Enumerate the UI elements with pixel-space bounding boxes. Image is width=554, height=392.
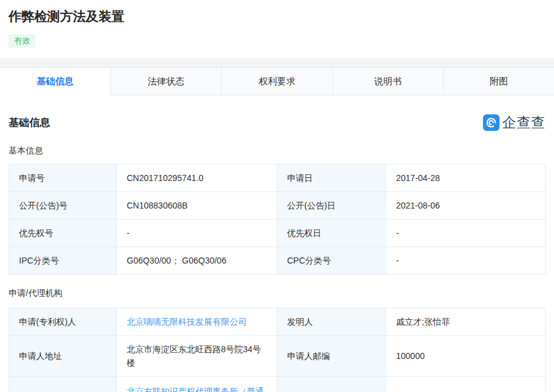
table-row: 优先权号 - 优先权日 - bbox=[9, 220, 546, 247]
field-label: 申请人地址 bbox=[9, 336, 117, 377]
field-label: 申请(专利权)人 bbox=[9, 308, 117, 336]
table-row: 公开(公告)号 CN108830608B 公开(公告)日 2021-08-06 bbox=[9, 192, 546, 220]
tab-basic-info[interactable]: 基础信息 bbox=[0, 68, 110, 95]
field-value: CN201710295741.0 bbox=[117, 165, 277, 192]
applicant-company-link[interactable]: 北京嘀嘀无限科技发展有限公司 bbox=[127, 317, 247, 327]
field-value: 100000 bbox=[386, 336, 546, 377]
field-value: 2021-08-06 bbox=[386, 192, 546, 220]
field-value: - bbox=[386, 220, 546, 247]
field-label: CPC分类号 bbox=[277, 247, 386, 275]
field-value: G06Q30/00； G06Q30/06 bbox=[117, 247, 277, 275]
page-title: 作弊检测方法及装置 bbox=[9, 8, 545, 24]
field-value: 北京嘀嘀无限科技发展有限公司 bbox=[117, 308, 277, 336]
field-value: 北京友联知识产权代理事务所（普通合伙） bbox=[117, 377, 277, 392]
qichacha-brand-text: 企查查 bbox=[503, 114, 546, 131]
field-label: 优先权号 bbox=[9, 220, 117, 247]
field-label: 申请日 bbox=[277, 165, 386, 192]
status-badge: 有效 bbox=[9, 34, 36, 48]
basic-info-table: 申请号 CN201710295741.0 申请日 2017-04-28 公开(公… bbox=[9, 164, 546, 275]
tab-claims[interactable]: 权利要求 bbox=[221, 68, 332, 95]
tab-drawings[interactable]: 附图 bbox=[443, 68, 554, 95]
field-label: 发明人 bbox=[277, 308, 386, 336]
field-value: CN108830608B bbox=[117, 192, 277, 220]
field-label: 公开(公告)日 bbox=[277, 192, 386, 220]
field-value: 尚志峰;汪海屏 bbox=[386, 377, 546, 392]
field-value: - bbox=[117, 220, 277, 247]
table-row: 申请人地址 北京市海淀区东北旺西路8号院34号楼 申请人邮编 100000 bbox=[9, 336, 546, 377]
field-label: 代理机构 bbox=[9, 377, 117, 392]
field-label: 申请号 bbox=[9, 165, 117, 192]
tab-specification[interactable]: 说明书 bbox=[332, 68, 443, 95]
qichacha-logo: 企查查 bbox=[483, 114, 546, 131]
agency-table: 申请(专利权)人 北京嘀嘀无限科技发展有限公司 发明人 戚立才;张怡菲 申请人地… bbox=[9, 308, 546, 392]
field-value: 戚立才;张怡菲 bbox=[386, 308, 546, 336]
field-value: 2017-04-28 bbox=[386, 165, 546, 192]
patent-header: 作弊检测方法及装置 有效 bbox=[0, 0, 554, 58]
field-label: 优先权日 bbox=[277, 220, 386, 247]
field-label: 代理人 bbox=[277, 377, 386, 392]
field-label: IPC分类号 bbox=[9, 247, 117, 275]
table-row: 申请(专利权)人 北京嘀嘀无限科技发展有限公司 发明人 戚立才;张怡菲 bbox=[9, 308, 546, 336]
section-title: 基础信息 bbox=[9, 116, 50, 130]
basic-info-heading: 基本信息 bbox=[9, 146, 545, 157]
agency-firm-link[interactable]: 北京友联知识产权代理事务所（普通合伙） bbox=[127, 386, 264, 392]
field-value: - bbox=[386, 247, 546, 275]
section-divider bbox=[0, 58, 554, 67]
field-value: 北京市海淀区东北旺西路8号院34号楼 bbox=[117, 336, 277, 377]
agency-heading: 申请/代理机构 bbox=[9, 288, 545, 299]
tab-bar: 基础信息 法律状态 权利要求 说明书 附图 bbox=[0, 67, 554, 95]
table-row: 代理机构 北京友联知识产权代理事务所（普通合伙） 代理人 尚志峰;汪海屏 bbox=[9, 377, 546, 392]
content-area: 基础信息 企查查 基本信息 申请号 CN201710295741.0 申请日 2… bbox=[0, 114, 554, 392]
field-label: 申请人邮编 bbox=[277, 336, 386, 377]
tab-legal-status[interactable]: 法律状态 bbox=[110, 68, 221, 95]
table-row: IPC分类号 G06Q30/00； G06Q30/06 CPC分类号 - bbox=[9, 247, 546, 275]
table-row: 申请号 CN201710295741.0 申请日 2017-04-28 bbox=[9, 165, 546, 192]
qichacha-logo-icon bbox=[483, 114, 500, 131]
field-label: 公开(公告)号 bbox=[9, 192, 117, 220]
